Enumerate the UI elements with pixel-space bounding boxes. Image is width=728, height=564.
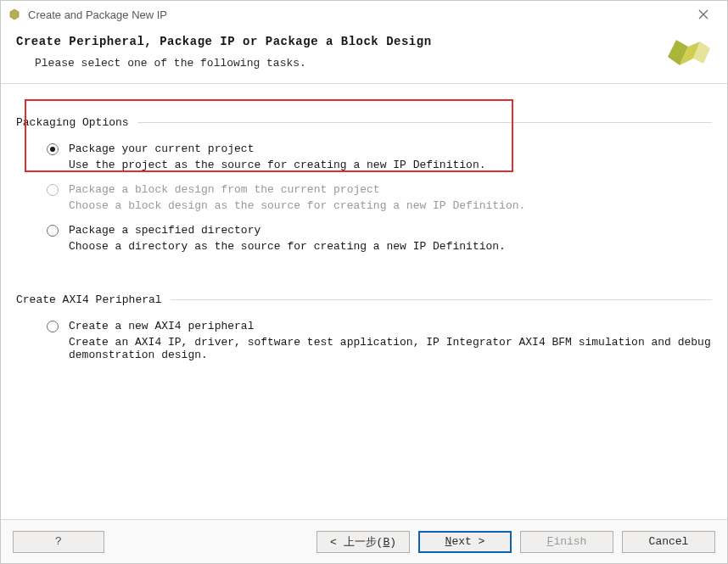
close-button[interactable] [686, 3, 720, 26]
section-label: Create AXI4 Peripheral [16, 293, 162, 306]
option-create-axi4-peripheral[interactable]: Create a new AXI4 peripheral Create an A… [16, 315, 712, 368]
finish-button: Finish [520, 531, 613, 553]
wizard-body: Packaging Options Package your current p… [1, 84, 727, 519]
option-description: Use the project as the source for creati… [69, 157, 712, 171]
wizard-footer: ? < 上一步(B) Next > Finish Cancel [1, 519, 727, 563]
button-label: Next > [445, 535, 485, 548]
vivado-logo [664, 33, 712, 70]
wizard-window: Create and Package New IP Create Periphe… [0, 0, 728, 564]
page-subheading: Please select one of the following tasks… [16, 48, 712, 71]
close-icon [698, 9, 708, 20]
option-package-block-design: Package a block design from the current … [16, 178, 712, 219]
option-description: Choose a directory as the source for cre… [69, 238, 712, 253]
cancel-button[interactable]: Cancel [622, 531, 715, 553]
option-texts: Create a new AXI4 peripheral Create an A… [69, 320, 712, 361]
radio-icon [47, 184, 59, 196]
section-label: Packaging Options [16, 116, 129, 129]
button-label: ? [55, 535, 62, 548]
option-title: Package a block design from the current … [69, 183, 712, 198]
section-title-packaging: Packaging Options [16, 116, 712, 129]
option-description: Create an AXI4 IP, driver, software test… [69, 334, 712, 361]
radio-icon [47, 321, 59, 332]
option-title: Package a specified directory [69, 224, 712, 238]
help-button[interactable]: ? [13, 531, 104, 553]
svg-marker-0 [10, 9, 19, 20]
button-label: Cancel [649, 535, 689, 548]
option-package-specified-directory[interactable]: Package a specified directory Choose a d… [16, 219, 712, 260]
button-label: < 上一步(B) [330, 534, 396, 550]
rule [137, 122, 712, 123]
window-title: Create and Package New IP [28, 8, 686, 21]
axi-options: Create a new AXI4 peripheral Create an A… [16, 315, 712, 368]
next-button[interactable]: Next > [418, 531, 512, 553]
radio-icon [47, 143, 59, 155]
button-label: Finish [547, 535, 587, 548]
page-heading: Create Peripheral, Package IP or Package… [16, 35, 712, 48]
option-texts: Package a specified directory Choose a d… [69, 224, 712, 253]
title-bar: Create and Package New IP [1, 1, 727, 28]
wizard-header: Create Peripheral, Package IP or Package… [1, 28, 727, 84]
option-title: Create a new AXI4 peripheral [69, 320, 712, 334]
option-title: Package your current project [69, 142, 712, 157]
option-texts: Package your current project Use the pro… [69, 142, 712, 171]
option-texts: Package a block design from the current … [69, 183, 712, 212]
radio-icon [47, 225, 59, 237]
rule [171, 299, 712, 300]
option-description: Choose a block design as the source for … [69, 198, 712, 212]
option-package-current-project[interactable]: Package your current project Use the pro… [16, 137, 712, 178]
app-icon [8, 8, 21, 21]
back-button[interactable]: < 上一步(B) [316, 531, 410, 553]
section-title-axi: Create AXI4 Peripheral [16, 293, 712, 306]
packaging-options: Package your current project Use the pro… [16, 137, 712, 260]
